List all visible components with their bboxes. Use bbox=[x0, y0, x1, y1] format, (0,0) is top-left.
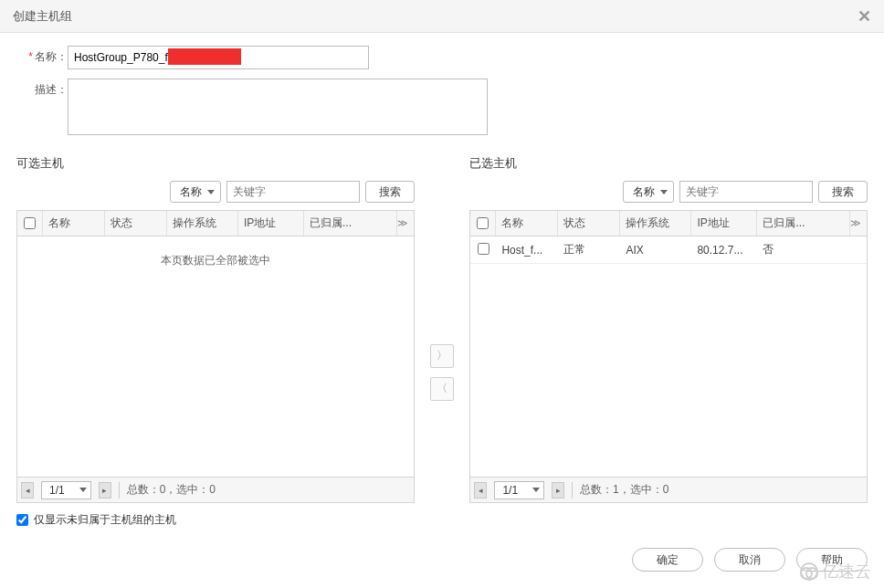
col-ip[interactable]: IP地址 bbox=[691, 211, 757, 236]
name-label: 名称： bbox=[35, 50, 68, 63]
col-status[interactable]: 状态 bbox=[558, 211, 620, 236]
table-row[interactable]: Host_f... 正常 AIX 80.12.7... 否 bbox=[470, 236, 867, 264]
right-search-button[interactable]: 搜索 bbox=[818, 181, 868, 203]
right-page-select[interactable]: 1/1 bbox=[494, 481, 544, 499]
available-hosts-title: 可选主机 bbox=[16, 155, 415, 172]
right-stats: 总数：1，选中：0 bbox=[580, 482, 668, 498]
ok-button[interactable]: 确定 bbox=[632, 548, 703, 572]
caret-down-icon bbox=[660, 190, 668, 194]
caret-down-icon bbox=[79, 488, 87, 492]
caret-down-icon bbox=[207, 190, 215, 194]
col-name[interactable]: 名称 bbox=[496, 211, 558, 236]
scroll-left-icon[interactable]: ◂ bbox=[474, 482, 487, 499]
only-unassigned-label: 仅显示未归属于主机组的主机 bbox=[34, 512, 176, 528]
required-asterisk: * bbox=[28, 50, 33, 63]
watermark-logo-icon bbox=[800, 562, 818, 581]
left-search-field-select[interactable]: 名称 bbox=[170, 181, 221, 203]
col-belonged[interactable]: 已归属... bbox=[757, 211, 850, 236]
selected-hosts-title: 已选主机 bbox=[469, 155, 868, 172]
col-ip[interactable]: IP地址 bbox=[238, 211, 304, 236]
dialog-header: 创建主机组 ✕ bbox=[0, 0, 884, 33]
caret-down-icon bbox=[532, 488, 540, 492]
left-empty-message: 本页数据已全部被选中 bbox=[17, 236, 414, 285]
left-search-button[interactable]: 搜索 bbox=[365, 181, 415, 203]
only-unassigned-checkbox[interactable] bbox=[16, 514, 28, 526]
right-keyword-input[interactable] bbox=[679, 181, 813, 203]
columns-config-icon[interactable]: ≫ bbox=[397, 217, 414, 229]
available-hosts-grid: 名称 状态 操作系统 IP地址 已归属... ≫ 本页数据已全部被选中 ◂ 1/… bbox=[16, 210, 415, 503]
col-os[interactable]: 操作系统 bbox=[167, 211, 238, 236]
col-belonged[interactable]: 已归属... bbox=[304, 211, 397, 236]
move-left-button[interactable]: 〈 bbox=[430, 377, 454, 401]
scroll-right-icon[interactable]: ▸ bbox=[552, 482, 564, 499]
col-status[interactable]: 状态 bbox=[105, 211, 167, 236]
selected-hosts-grid: 名称 状态 操作系统 IP地址 已归属... ≫ Host_f... 正常 AI… bbox=[469, 210, 868, 503]
row-checkbox[interactable] bbox=[478, 243, 489, 255]
left-page-select[interactable]: 1/1 bbox=[41, 481, 91, 499]
move-right-button[interactable]: 〉 bbox=[430, 344, 454, 368]
redacted-overlay bbox=[168, 48, 241, 65]
right-search-field-select[interactable]: 名称 bbox=[623, 181, 674, 203]
columns-config-icon[interactable]: ≫ bbox=[850, 217, 867, 229]
left-select-all-checkbox[interactable] bbox=[24, 217, 36, 229]
scroll-right-icon[interactable]: ▸ bbox=[99, 482, 111, 499]
dialog-title: 创建主机组 bbox=[13, 8, 72, 25]
watermark: 亿速云 bbox=[800, 561, 871, 583]
left-keyword-input[interactable] bbox=[226, 181, 360, 203]
scroll-left-icon[interactable]: ◂ bbox=[21, 482, 34, 499]
col-os[interactable]: 操作系统 bbox=[620, 211, 691, 236]
right-select-all-checkbox[interactable] bbox=[477, 217, 489, 229]
desc-label: 描述： bbox=[16, 79, 68, 98]
close-icon[interactable]: ✕ bbox=[858, 6, 871, 26]
col-name[interactable]: 名称 bbox=[43, 211, 105, 236]
left-stats: 总数：0，选中：0 bbox=[127, 482, 216, 498]
desc-textarea[interactable] bbox=[68, 79, 488, 135]
cancel-button[interactable]: 取消 bbox=[714, 548, 785, 572]
